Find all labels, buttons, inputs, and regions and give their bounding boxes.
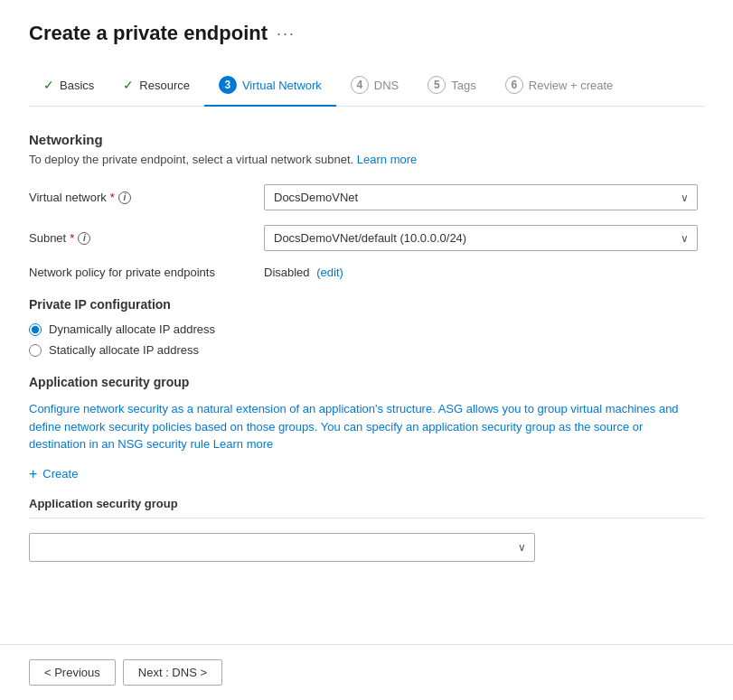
private-ip-section-title: Private IP configuration: [29, 297, 704, 312]
step-number-review-create: 6: [505, 76, 523, 94]
asg-section-title: Application security group: [29, 375, 704, 389]
wizard-step-resource-label: Resource: [139, 79, 190, 92]
asg-create-button[interactable]: + Create: [29, 466, 78, 482]
asg-dropdown-wrapper: [29, 533, 535, 562]
dynamic-allocate-option[interactable]: Dynamically allocate IP address: [29, 322, 704, 336]
dynamic-allocate-radio[interactable]: [29, 323, 42, 336]
asg-section: Application security group Configure net…: [29, 375, 704, 562]
networking-section-title: Networking: [29, 132, 704, 147]
info-icon-vnet[interactable]: i: [118, 191, 131, 204]
ellipsis-menu-button[interactable]: ···: [277, 24, 296, 43]
previous-button[interactable]: < Previous: [29, 659, 116, 686]
network-policy-label: Network policy for private endpoints: [29, 266, 264, 279]
asg-select[interactable]: [29, 533, 535, 562]
virtual-network-dropdown-wrapper: DocsDemoVNet: [264, 184, 698, 210]
wizard-step-review-create[interactable]: 6 Review + create: [491, 67, 628, 107]
asg-divider: [29, 518, 704, 518]
page-title: Create a private endpoint: [29, 22, 268, 45]
subnet-dropdown-wrapper: DocsDemoVNet/default (10.0.0.0/24): [264, 225, 698, 251]
wizard-step-tags[interactable]: 5 Tags: [413, 67, 490, 107]
subnet-row: Subnet * i DocsDemoVNet/default (10.0.0.…: [29, 225, 704, 251]
step-number-dns: 4: [351, 76, 369, 94]
wizard-step-review-create-label: Review + create: [529, 79, 614, 92]
wizard-step-dns-label: DNS: [374, 79, 399, 92]
wizard-step-basics[interactable]: ✓ Basics: [29, 69, 108, 105]
subnet-label: Subnet * i: [29, 231, 264, 245]
step-number-tags: 5: [428, 76, 446, 94]
required-star-vnet: *: [110, 191, 115, 204]
networking-learn-more-link[interactable]: Learn more: [357, 153, 417, 166]
networking-section: Networking To deploy the private endpoin…: [29, 132, 704, 279]
check-icon-resource: ✓: [123, 78, 134, 92]
next-button[interactable]: Next : DNS >: [123, 659, 222, 686]
private-ip-radio-group: Dynamically allocate IP address Statical…: [29, 322, 704, 357]
asg-description: Configure network security as a natural …: [29, 400, 680, 453]
dynamic-allocate-label: Dynamically allocate IP address: [49, 322, 215, 336]
wizard-step-tags-label: Tags: [451, 79, 475, 92]
networking-description: To deploy the private endpoint, select a…: [29, 153, 704, 166]
private-ip-section: Private IP configuration Dynamically all…: [29, 297, 704, 357]
wizard-step-basics-label: Basics: [60, 79, 94, 92]
network-policy-edit-link[interactable]: (edit): [316, 266, 343, 279]
static-allocate-option[interactable]: Statically allocate IP address: [29, 343, 704, 357]
wizard-step-dns[interactable]: 4 DNS: [336, 67, 413, 107]
virtual-network-select[interactable]: DocsDemoVNet: [264, 184, 698, 210]
virtual-network-row: Virtual network * i DocsDemoVNet: [29, 184, 704, 210]
wizard-navigation: ✓ Basics ✓ Resource 3 Virtual Network 4 …: [29, 67, 704, 107]
wizard-step-virtual-network[interactable]: 3 Virtual Network: [204, 67, 336, 107]
wizard-step-resource[interactable]: ✓ Resource: [108, 69, 204, 105]
page-footer: < Previous Next : DNS >: [0, 644, 733, 700]
step-number-virtual-network: 3: [219, 76, 237, 94]
static-allocate-radio[interactable]: [29, 344, 42, 357]
asg-table-label: Application security group: [29, 497, 704, 510]
static-allocate-label: Statically allocate IP address: [49, 343, 199, 357]
network-policy-value: Disabled (edit): [264, 266, 343, 279]
asg-learn-more-link[interactable]: Learn more: [213, 437, 273, 451]
info-icon-subnet[interactable]: i: [78, 232, 90, 245]
network-policy-row: Network policy for private endpoints Dis…: [29, 266, 704, 279]
asg-table: Application security group: [29, 497, 704, 562]
plus-icon: +: [29, 466, 37, 482]
subnet-select[interactable]: DocsDemoVNet/default (10.0.0.0/24): [264, 225, 698, 251]
required-star-subnet: *: [70, 231, 74, 245]
check-icon-basics: ✓: [43, 78, 54, 92]
wizard-step-virtual-network-label: Virtual Network: [242, 79, 322, 92]
virtual-network-label: Virtual network * i: [29, 191, 264, 204]
